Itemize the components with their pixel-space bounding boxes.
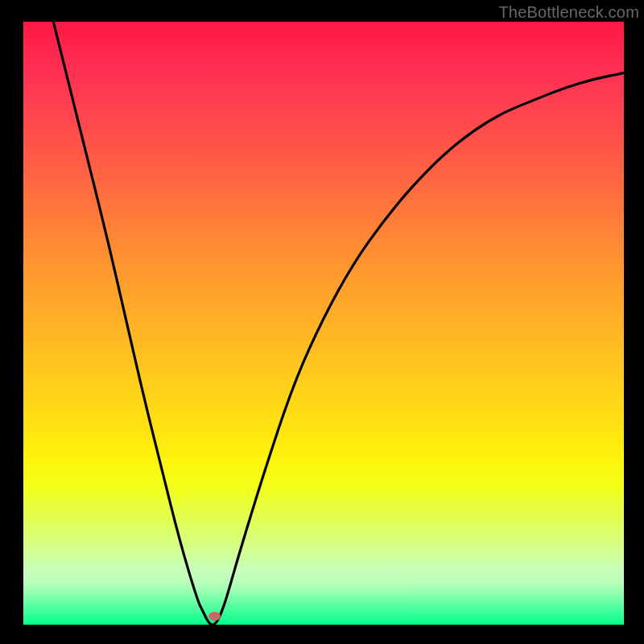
watermark-text: TheBottleneck.com <box>498 3 639 22</box>
chart-plot-area <box>23 22 624 625</box>
chart-frame: TheBottleneck.com <box>0 0 644 644</box>
bottleneck-curve <box>23 22 624 625</box>
